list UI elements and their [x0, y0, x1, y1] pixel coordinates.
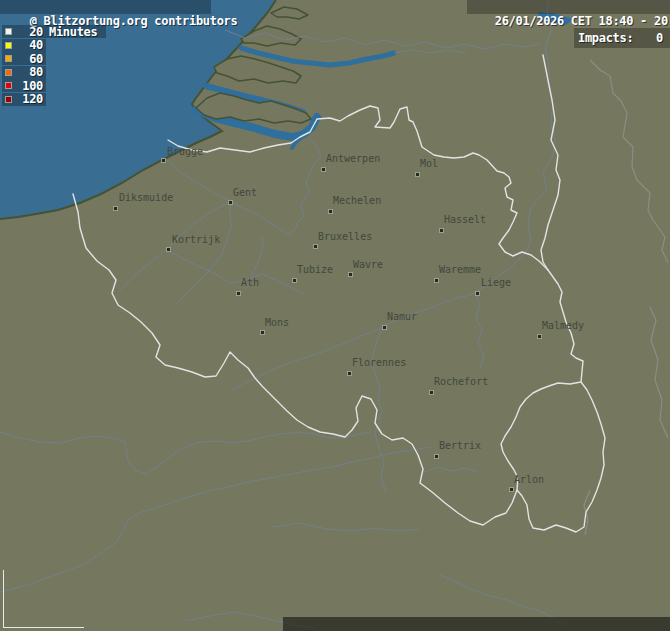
- city-marker-wavre: [348, 272, 353, 277]
- city-marker-mechelen: [328, 209, 333, 214]
- city-label-mons: Mons: [265, 317, 289, 328]
- city-label-hasselt: Hasselt: [444, 214, 486, 225]
- city-marker-mons: [260, 330, 265, 335]
- city-marker-kortrijk: [166, 247, 171, 252]
- city-label-waremme: Waremme: [439, 264, 481, 275]
- legend-unit-label: Minutes: [49, 25, 97, 39]
- city-marker-hasselt: [439, 228, 444, 233]
- credit-bar: @ Blitzortung.org contributors: [0, 0, 211, 14]
- city-marker-mol: [415, 172, 420, 177]
- map-frame-corner-horizontal: [3, 627, 84, 628]
- legend-item-20: 20Minutes: [2, 25, 106, 38]
- city-marker-bertrix: [434, 454, 439, 459]
- city-label-kortrijk: Kortrijk: [172, 234, 220, 245]
- lightning-map-app: BruggeDiksmuideGentKortrijkAntwerpenMolM…: [0, 0, 670, 631]
- city-marker-malmedy: [537, 334, 542, 339]
- city-marker-ath: [236, 291, 241, 296]
- city-marker-namur: [382, 325, 387, 330]
- city-label-diksmuide: Diksmuide: [119, 192, 173, 203]
- city-label-brugge: Brugge: [167, 146, 203, 157]
- city-marker-tubize: [292, 278, 297, 283]
- legend-minutes-value: 60: [12, 52, 43, 66]
- impacts-box: Impacts: 0: [574, 28, 670, 48]
- city-label-bertrix: Bertrix: [439, 440, 481, 451]
- datetime-bar: 26/01/2026 CET 18:40 - 20:40: [467, 0, 670, 14]
- city-marker-bruxelles: [313, 244, 318, 249]
- legend-swatch-100: [5, 82, 12, 89]
- legend-swatch-120: [5, 96, 12, 103]
- city-marker-gent: [228, 200, 233, 205]
- legend-item-100: 100: [2, 79, 46, 92]
- map-frame-corner-vertical: [3, 570, 4, 627]
- footer-bar: Generated by www.meteobelgique.be / www.…: [283, 617, 670, 631]
- city-marker-waremme: [434, 278, 439, 283]
- city-label-tubize: Tubize: [297, 264, 333, 275]
- city-label-florennes: Florennes: [352, 357, 406, 368]
- city-marker-brugge: [161, 158, 166, 163]
- city-label-malmedy: Malmedy: [542, 320, 584, 331]
- legend-swatch-80: [5, 69, 12, 76]
- city-label-gent: Gent: [233, 187, 257, 198]
- legend-minutes-value: 40: [12, 38, 43, 52]
- city-label-liege: Liege: [481, 277, 511, 288]
- legend-minutes-value: 20: [12, 25, 43, 39]
- datetime-text: 26/01/2026 CET 18:40 - 20:40: [495, 14, 670, 28]
- city-marker-arlon: [509, 487, 514, 492]
- city-label-namur: Namur: [387, 311, 417, 322]
- legend-swatch-40: [5, 42, 12, 49]
- legend-item-60: 60: [2, 52, 46, 65]
- legend-item-80: 80: [2, 66, 46, 79]
- impacts-value: 0: [656, 31, 663, 45]
- city-label-wavre: Wavre: [353, 259, 383, 270]
- impacts-label: Impacts:: [578, 31, 633, 45]
- city-marker-rochefort: [429, 390, 434, 395]
- legend-swatch-60: [5, 55, 12, 62]
- city-label-ath: Ath: [241, 277, 259, 288]
- city-marker-liege: [475, 291, 480, 296]
- legend-minutes-value: 120: [12, 92, 43, 106]
- city-label-mol: Mol: [420, 158, 438, 169]
- minutes-legend: 20Minutes406080100120: [2, 25, 106, 106]
- legend-minutes-value: 100: [12, 79, 43, 93]
- legend-item-120: 120: [2, 93, 46, 106]
- city-label-antwerpen: Antwerpen: [326, 153, 380, 164]
- city-marker-antwerpen: [321, 167, 326, 172]
- legend-swatch-20: [5, 28, 12, 35]
- city-marker-florennes: [347, 371, 352, 376]
- legend-minutes-value: 80: [12, 65, 43, 79]
- legend-item-40: 40: [2, 39, 46, 52]
- city-marker-diksmuide: [113, 206, 118, 211]
- city-label-rochefort: Rochefort: [434, 376, 488, 387]
- city-label-bruxelles: Bruxelles: [318, 231, 372, 242]
- city-label-arlon: Arlon: [514, 474, 544, 485]
- city-label-mechelen: Mechelen: [333, 195, 381, 206]
